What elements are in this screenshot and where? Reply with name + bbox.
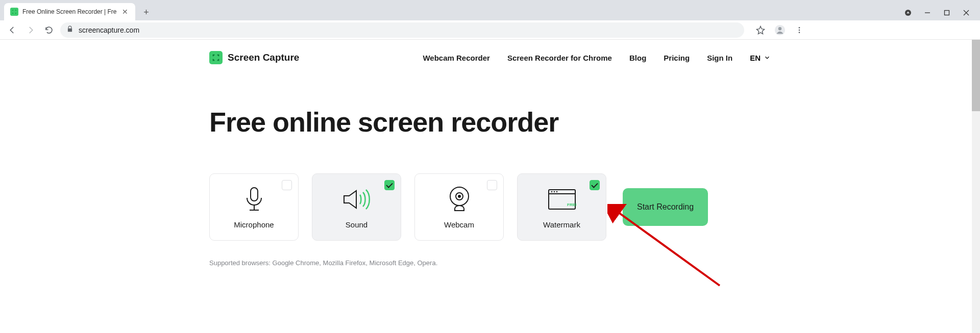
scrollbar-thumb[interactable] bbox=[972, 40, 980, 111]
chevron-down-icon bbox=[764, 54, 771, 61]
svg-text:FREE: FREE bbox=[567, 202, 576, 207]
webcam-checkbox[interactable] bbox=[487, 180, 497, 190]
svg-point-8 bbox=[799, 29, 800, 31]
nav-screen-recorder-chrome[interactable]: Screen Recorder for Chrome bbox=[507, 54, 612, 62]
webcam-label: Webcam bbox=[444, 220, 474, 229]
option-webcam[interactable]: Webcam bbox=[414, 173, 504, 241]
tab-title: Free Online Screen Recorder | Fre bbox=[22, 8, 117, 15]
start-recording-button[interactable]: Start Recording bbox=[623, 188, 708, 226]
logo-icon bbox=[209, 51, 223, 64]
microphone-icon bbox=[242, 186, 266, 213]
option-watermark[interactable]: FREE Watermark bbox=[517, 173, 606, 241]
webcam-icon bbox=[448, 186, 471, 213]
option-microphone[interactable]: Microphone bbox=[209, 173, 299, 241]
window-controls bbox=[903, 8, 980, 20]
nav-webcam-recorder[interactable]: Webcam Recorder bbox=[423, 54, 489, 62]
svg-point-20 bbox=[556, 191, 557, 192]
watermark-label: Watermark bbox=[543, 220, 580, 229]
svg-point-9 bbox=[799, 32, 800, 33]
reload-button[interactable] bbox=[42, 23, 56, 37]
sound-label: Sound bbox=[346, 220, 368, 229]
recording-options: Microphone Sound bbox=[209, 173, 771, 241]
minimize-icon[interactable] bbox=[923, 8, 932, 17]
menu-icon[interactable] bbox=[792, 23, 806, 37]
language-label: EN bbox=[750, 54, 761, 62]
star-icon[interactable] bbox=[753, 23, 768, 37]
main-nav: Webcam Recorder Screen Recorder for Chro… bbox=[423, 54, 771, 62]
sound-checkbox[interactable] bbox=[384, 180, 395, 190]
forward-button[interactable] bbox=[23, 23, 38, 37]
nav-pricing[interactable]: Pricing bbox=[664, 54, 690, 62]
nav-signin[interactable]: Sign In bbox=[707, 54, 732, 62]
address-bar[interactable]: screencapture.com bbox=[60, 22, 744, 38]
close-tab-icon[interactable]: ✕ bbox=[121, 7, 129, 17]
browser-toolbar: screencapture.com bbox=[0, 20, 980, 40]
watermark-checkbox[interactable] bbox=[590, 180, 600, 190]
lock-icon bbox=[66, 25, 74, 34]
language-selector[interactable]: EN bbox=[750, 54, 771, 62]
maximize-icon[interactable] bbox=[942, 8, 951, 17]
brand-name: Screen Capture bbox=[228, 52, 299, 63]
back-button[interactable] bbox=[5, 23, 19, 37]
site-header: Screen Capture Webcam Recorder Screen Re… bbox=[209, 40, 771, 75]
extension-icon[interactable] bbox=[903, 8, 913, 17]
browser-tab-strip: Free Online Screen Recorder | Fre ✕ + bbox=[0, 0, 980, 20]
nav-blog[interactable]: Blog bbox=[629, 54, 646, 62]
svg-point-18 bbox=[551, 191, 552, 192]
microphone-label: Microphone bbox=[234, 220, 274, 229]
sound-icon bbox=[342, 186, 372, 213]
supported-browsers-text: Supported browsers: Google Chrome, Mozil… bbox=[209, 259, 771, 267]
browser-tab[interactable]: Free Online Screen Recorder | Fre ✕ bbox=[4, 3, 135, 20]
page-title: Free online screen recorder bbox=[209, 106, 771, 138]
microphone-checkbox[interactable] bbox=[282, 180, 292, 190]
svg-point-6 bbox=[778, 27, 781, 30]
page-content: Screen Capture Webcam Recorder Screen Re… bbox=[0, 40, 980, 333]
svg-rect-2 bbox=[945, 11, 949, 15]
svg-point-7 bbox=[799, 27, 800, 29]
new-tab-button[interactable]: + bbox=[139, 5, 154, 19]
watermark-icon: FREE bbox=[548, 186, 576, 213]
profile-icon[interactable] bbox=[773, 23, 787, 37]
svg-point-15 bbox=[458, 195, 460, 197]
svg-rect-10 bbox=[251, 188, 258, 201]
option-sound[interactable]: Sound bbox=[312, 173, 401, 241]
close-window-icon[interactable] bbox=[962, 8, 971, 17]
brand-logo[interactable]: Screen Capture bbox=[209, 51, 299, 64]
url-text: screencapture.com bbox=[79, 26, 139, 34]
favicon-icon bbox=[10, 8, 18, 16]
svg-point-19 bbox=[553, 191, 555, 192]
